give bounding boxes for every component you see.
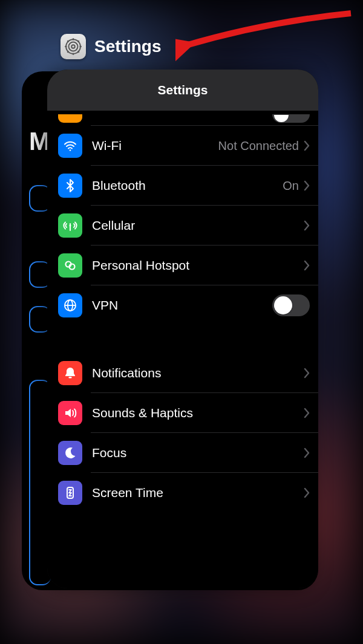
app-switcher-app-name: Settings (94, 37, 161, 56)
chevron-right-icon (304, 220, 310, 231)
focus-icon (58, 441, 82, 465)
settings-app-icon (60, 34, 86, 59)
chevron-right-icon (304, 180, 310, 191)
row-hotspot[interactable]: Personal Hotspot (47, 246, 318, 285)
app-switcher-label[interactable]: Settings (60, 34, 161, 59)
row-label: Wi-Fi (92, 138, 218, 153)
svg-point-11 (70, 149, 71, 151)
chevron-right-icon (304, 487, 310, 498)
notifications-icon (58, 361, 82, 385)
svg-point-1 (69, 42, 78, 51)
screentime-icon (58, 481, 82, 505)
chevron-right-icon (304, 447, 310, 458)
chevron-right-icon (304, 140, 310, 151)
hotspot-icon (58, 253, 82, 278)
sounds-icon (58, 401, 82, 425)
chevron-right-icon (304, 368, 310, 379)
svg-point-2 (71, 45, 75, 48)
bluetooth-icon (58, 174, 82, 198)
row-focus[interactable]: Focus (47, 433, 318, 473)
svg-point-13 (70, 225, 71, 227)
wifi-icon (58, 134, 82, 158)
settings-group-notifications: Notifications Sounds & Haptics Focus (47, 353, 318, 513)
cellular-icon (58, 213, 82, 238)
annotation-arrow (175, 10, 357, 64)
row-vpn[interactable]: VPN (47, 285, 318, 325)
vpn-toggle[interactable] (272, 294, 310, 316)
row-cellular[interactable]: Cellular (47, 206, 318, 246)
svg-rect-19 (69, 377, 72, 379)
row-label: VPN (92, 298, 272, 313)
settings-group-connectivity: Wi-Fi Not Connected Bluetooth On Cellula… (47, 111, 318, 325)
settings-list: Wi-Fi Not Connected Bluetooth On Cellula… (47, 111, 318, 588)
chevron-right-icon (304, 408, 310, 418)
row-bluetooth[interactable]: Bluetooth On (47, 166, 318, 206)
row-screentime[interactable]: Screen Time (47, 473, 318, 513)
row-wifi[interactable]: Wi-Fi Not Connected (47, 126, 318, 166)
row-label: Sounds & Haptics (92, 406, 304, 420)
page-title: Settings (158, 83, 208, 97)
chevron-right-icon (304, 260, 310, 271)
settings-app-card[interactable]: Settings Wi-Fi Not Connected (47, 70, 318, 588)
row-label: Cellular (92, 218, 304, 233)
row-sounds[interactable]: Sounds & Haptics (47, 393, 318, 433)
row-airplane-partial (47, 111, 318, 123)
row-value: Not Connected (218, 139, 299, 153)
row-label: Bluetooth (92, 178, 283, 193)
row-notifications[interactable]: Notifications (47, 353, 318, 393)
row-label: Notifications (92, 366, 304, 380)
row-value: On (283, 179, 299, 193)
row-label: Personal Hotspot (92, 258, 304, 273)
airplane-icon (58, 114, 82, 123)
row-label: Screen Time (92, 486, 304, 500)
row-label: Focus (92, 446, 304, 460)
vpn-icon (58, 293, 82, 317)
airplane-toggle-partial (272, 114, 310, 123)
settings-header: Settings (47, 70, 318, 111)
